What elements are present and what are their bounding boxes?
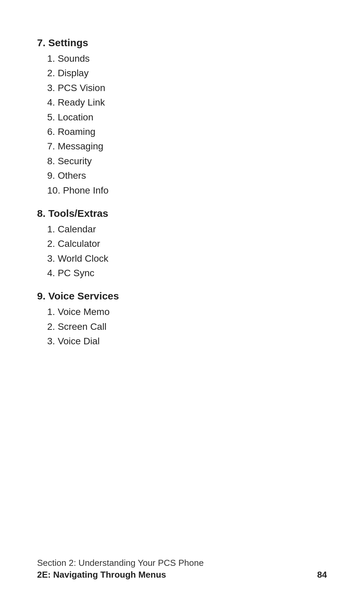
section-voice-services: 9. Voice Services1. Voice Memo2. Screen …	[37, 290, 327, 348]
section-heading-tools-extras: 8. Tools/Extras	[37, 208, 327, 219]
list-item: 8. Security	[47, 154, 327, 168]
sub-list-settings: 1. Sounds2. Display3. PCS Vision4. Ready…	[37, 51, 327, 198]
list-item: 4. PC Sync	[47, 266, 327, 280]
section-settings: 7. Settings1. Sounds2. Display3. PCS Vis…	[37, 37, 327, 198]
sub-list-tools-extras: 1. Calendar2. Calculator3. World Clock4.…	[37, 222, 327, 281]
footer-chapter-label: 2E: Navigating Through Menus	[37, 570, 166, 580]
page-content: 7. Settings1. Sounds2. Display3. PCS Vis…	[0, 0, 364, 382]
list-item: 5. Location	[47, 110, 327, 124]
list-item: 2. Display	[47, 66, 327, 80]
list-item: 10. Phone Info	[47, 183, 327, 198]
section-heading-settings: 7. Settings	[37, 37, 327, 49]
list-item: 3. Voice Dial	[47, 334, 327, 348]
list-item: 3. PCS Vision	[47, 81, 327, 95]
list-item: 3. World Clock	[47, 251, 327, 266]
list-item: 1. Sounds	[47, 51, 327, 66]
list-item: 4. Ready Link	[47, 95, 327, 110]
list-item: 1. Voice Memo	[47, 305, 327, 319]
list-item: 2. Screen Call	[47, 319, 327, 334]
list-item: 6. Roaming	[47, 124, 327, 139]
sub-list-voice-services: 1. Voice Memo2. Screen Call3. Voice Dial	[37, 305, 327, 348]
page-footer: Section 2: Understanding Your PCS Phone …	[0, 558, 364, 580]
footer-page-number: 84	[317, 570, 327, 580]
section-tools-extras: 8. Tools/Extras1. Calendar2. Calculator3…	[37, 208, 327, 281]
list-item: 2. Calculator	[47, 236, 327, 251]
list-item: 9. Others	[47, 168, 327, 183]
footer-section-label: Section 2: Understanding Your PCS Phone	[37, 558, 327, 568]
section-heading-voice-services: 9. Voice Services	[37, 290, 327, 302]
list-item: 1. Calendar	[47, 222, 327, 236]
list-item: 7. Messaging	[47, 139, 327, 153]
